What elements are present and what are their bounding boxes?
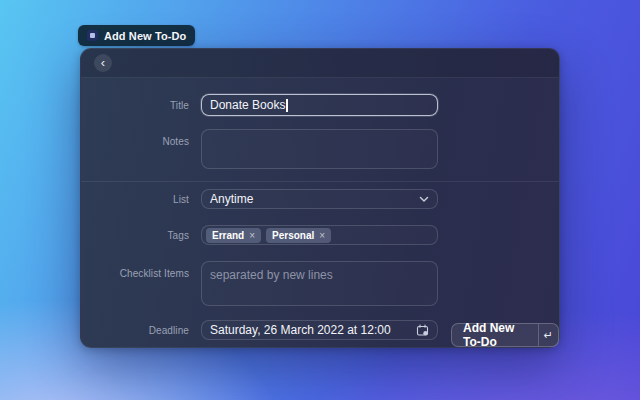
window-header: ‹ [81, 49, 559, 78]
title-row: Title Donate Books [81, 94, 559, 116]
hotkey-tooltip-label: Add New To-Do [104, 30, 186, 42]
return-key-icon: ↵ [539, 324, 558, 346]
tag-chip-label: Personal [272, 230, 314, 241]
tag-remove-icon[interactable]: × [319, 230, 325, 241]
add-new-todo-button-label: Add New To-Do [452, 324, 538, 346]
section-divider [81, 181, 559, 182]
text-caret [286, 99, 288, 112]
notes-textarea[interactable] [201, 129, 438, 169]
list-dropdown-value: Anytime [210, 192, 253, 206]
list-dropdown[interactable]: Anytime [201, 189, 438, 209]
tags-input[interactable]: Errand × Personal × [201, 225, 438, 245]
tag-chip-personal[interactable]: Personal × [266, 228, 331, 243]
checklist-textarea[interactable] [201, 261, 438, 306]
back-button[interactable]: ‹ [94, 54, 112, 72]
todo-app-icon [87, 30, 98, 41]
notes-row: Notes [81, 129, 559, 169]
list-label: List [81, 194, 189, 205]
deadline-label: Deadline [81, 325, 189, 336]
deadline-value: Saturday, 26 March 2022 at 12:00 [210, 323, 391, 337]
hotkey-tooltip: Add New To-Do [78, 25, 195, 46]
tags-row: Tags Errand × Personal × [81, 225, 559, 245]
tag-chip-errand[interactable]: Errand × [206, 228, 261, 243]
checklist-label: Checklist Items [81, 261, 189, 279]
chevron-down-icon [419, 196, 429, 203]
chevron-left-icon: ‹ [101, 56, 105, 69]
add-new-todo-button[interactable]: Add New To-Do ↵ [451, 323, 559, 347]
todo-app-icon-inner [90, 33, 95, 38]
add-todo-window: ‹ Title Donate Books Notes List Anytime [80, 48, 560, 348]
title-input[interactable]: Donate Books [201, 94, 438, 116]
calendar-badge-icon[interactable] [416, 324, 429, 337]
desktop-background: Add New To-Do ‹ Title Donate Books Notes… [0, 0, 640, 400]
checklist-row: Checklist Items [81, 261, 559, 306]
tags-label: Tags [81, 230, 189, 241]
list-row: List Anytime [81, 189, 559, 209]
tag-chip-label: Errand [212, 230, 244, 241]
tag-remove-icon[interactable]: × [249, 230, 255, 241]
title-input-value: Donate Books [210, 98, 285, 112]
title-label: Title [81, 100, 189, 111]
notes-label: Notes [81, 129, 189, 147]
deadline-input[interactable]: Saturday, 26 March 2022 at 12:00 [201, 320, 438, 340]
